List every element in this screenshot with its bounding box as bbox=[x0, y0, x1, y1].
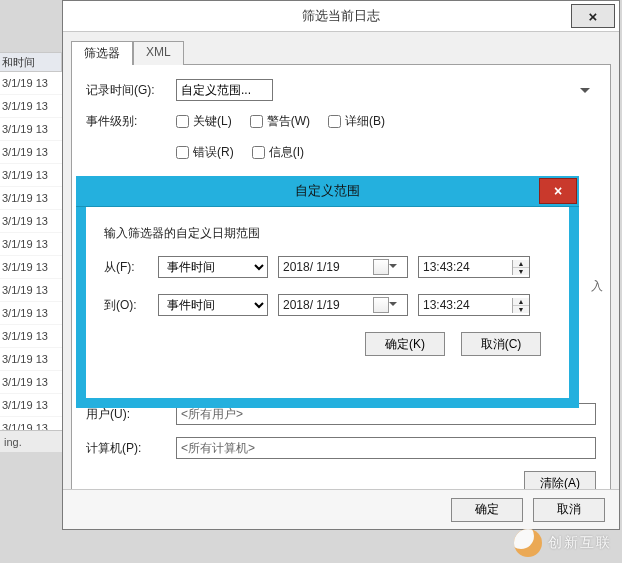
to-date-picker[interactable]: 2018/ 1/19 bbox=[278, 294, 408, 316]
table-row[interactable]: 3/1/19 13 bbox=[0, 233, 62, 256]
dialog-title: 筛选当前日志 bbox=[302, 7, 380, 25]
table-row[interactable]: 3/1/19 13 bbox=[0, 256, 62, 279]
range-ok-button[interactable]: 确定(K) bbox=[365, 332, 445, 356]
logged-time-label: 记录时间(G): bbox=[86, 82, 176, 99]
brand-logo-icon bbox=[514, 529, 542, 557]
table-row[interactable]: 3/1/19 13 bbox=[0, 118, 62, 141]
checkbox-critical[interactable]: 关键(L) bbox=[176, 113, 232, 130]
table-row[interactable]: 3/1/19 13 bbox=[0, 394, 62, 417]
checkbox-warning[interactable]: 警告(W) bbox=[250, 113, 310, 130]
to-date-value: 2018/ 1/19 bbox=[283, 298, 340, 312]
checkbox-error[interactable]: 错误(R) bbox=[176, 144, 234, 161]
custom-range-title: 自定义范围 bbox=[295, 182, 360, 200]
custom-range-titlebar[interactable]: 自定义范围 × bbox=[76, 176, 579, 207]
close-button[interactable]: × bbox=[571, 4, 615, 28]
checkbox-info[interactable]: 信息(I) bbox=[252, 144, 304, 161]
table-row[interactable]: 3/1/19 13 bbox=[0, 348, 62, 371]
table-row[interactable]: 3/1/19 13 bbox=[0, 279, 62, 302]
tab-filter[interactable]: 筛选器 bbox=[71, 41, 133, 65]
from-label: 从(F): bbox=[104, 259, 148, 276]
spin-up-icon[interactable]: ▲ bbox=[513, 260, 529, 268]
table-row[interactable]: 3/1/19 13 bbox=[0, 141, 62, 164]
tab-xml[interactable]: XML bbox=[133, 41, 184, 65]
table-row[interactable]: 3/1/19 13 bbox=[0, 164, 62, 187]
computer-label: 计算机(P): bbox=[86, 440, 176, 457]
table-row[interactable]: 3/1/19 13 bbox=[0, 325, 62, 348]
dialog-titlebar[interactable]: 筛选当前日志 × bbox=[63, 1, 619, 32]
to-label: 到(O): bbox=[104, 297, 148, 314]
dialog-footer: 确定 取消 bbox=[63, 489, 619, 529]
time-spinner[interactable]: ▲▼ bbox=[512, 260, 529, 275]
logged-time-select[interactable]: 自定义范围... bbox=[176, 79, 273, 101]
status-bar: ing. bbox=[0, 430, 62, 452]
table-row[interactable]: 3/1/19 13 bbox=[0, 302, 62, 325]
custom-range-dialog: 自定义范围 × 输入筛选器的自定义日期范围 从(F): 事件时间 2018/ 1… bbox=[76, 176, 579, 408]
table-row[interactable]: 3/1/19 13 bbox=[0, 72, 62, 95]
watermark-brand: 创新互联 bbox=[514, 529, 612, 557]
bg-log-table: 和时间 3/1/19 13 3/1/19 13 3/1/19 13 3/1/19… bbox=[0, 52, 62, 440]
spin-up-icon[interactable]: ▲ bbox=[513, 298, 529, 306]
tab-strip: 筛选器 XML bbox=[71, 40, 611, 64]
calendar-icon[interactable] bbox=[373, 297, 389, 313]
spin-down-icon[interactable]: ▼ bbox=[513, 268, 529, 275]
from-date-value: 2018/ 1/19 bbox=[283, 260, 340, 274]
brand-text: 创新互联 bbox=[548, 534, 612, 552]
table-row[interactable]: 3/1/19 13 bbox=[0, 187, 62, 210]
event-level-label: 事件级别: bbox=[86, 113, 176, 130]
truncated-text: 入 bbox=[591, 278, 603, 295]
time-spinner[interactable]: ▲▼ bbox=[512, 298, 529, 313]
custom-range-close-button[interactable]: × bbox=[539, 178, 577, 204]
from-type-select[interactable]: 事件时间 bbox=[158, 256, 268, 278]
calendar-icon[interactable] bbox=[373, 259, 389, 275]
range-cancel-button[interactable]: 取消(C) bbox=[461, 332, 541, 356]
table-row[interactable]: 3/1/19 13 bbox=[0, 371, 62, 394]
ok-button[interactable]: 确定 bbox=[451, 498, 523, 522]
to-time-value: 13:43:24 bbox=[419, 298, 512, 312]
from-time-picker[interactable]: 13:43:24 ▲▼ bbox=[418, 256, 530, 278]
cancel-button[interactable]: 取消 bbox=[533, 498, 605, 522]
table-row[interactable]: 3/1/19 13 bbox=[0, 210, 62, 233]
col-header-datetime[interactable]: 和时间 bbox=[0, 52, 62, 72]
computer-input[interactable] bbox=[176, 437, 596, 459]
checkbox-verbose[interactable]: 详细(B) bbox=[328, 113, 385, 130]
from-date-picker[interactable]: 2018/ 1/19 bbox=[278, 256, 408, 278]
to-type-select[interactable]: 事件时间 bbox=[158, 294, 268, 316]
custom-range-help-text: 输入筛选器的自定义日期范围 bbox=[104, 225, 551, 242]
to-time-picker[interactable]: 13:43:24 ▲▼ bbox=[418, 294, 530, 316]
spin-down-icon[interactable]: ▼ bbox=[513, 306, 529, 313]
user-label: 用户(U): bbox=[86, 406, 176, 423]
from-time-value: 13:43:24 bbox=[419, 260, 512, 274]
table-row[interactable]: 3/1/19 13 bbox=[0, 95, 62, 118]
